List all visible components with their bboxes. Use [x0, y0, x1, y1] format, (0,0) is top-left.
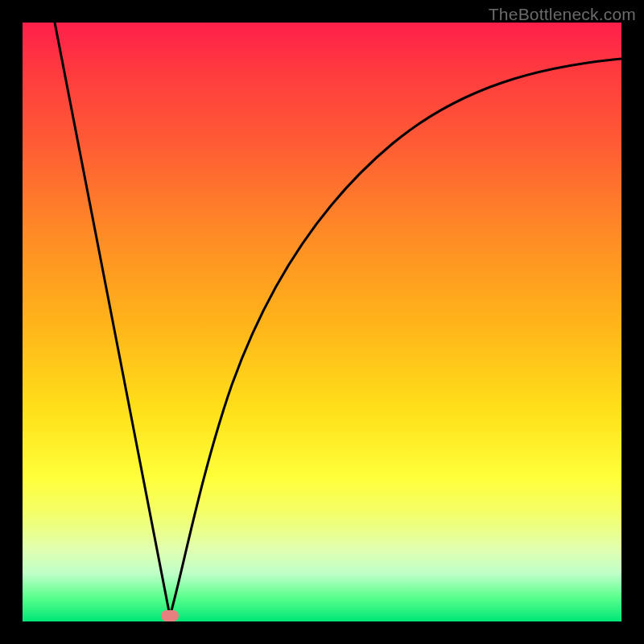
- watermark-text: TheBottleneck.com: [489, 5, 636, 24]
- plot-area: [23, 23, 621, 621]
- curve-path: [55, 23, 621, 616]
- bottleneck-curve: [23, 23, 621, 621]
- optimal-point-marker: [161, 610, 179, 621]
- chart-frame: TheBottleneck.com: [0, 0, 644, 644]
